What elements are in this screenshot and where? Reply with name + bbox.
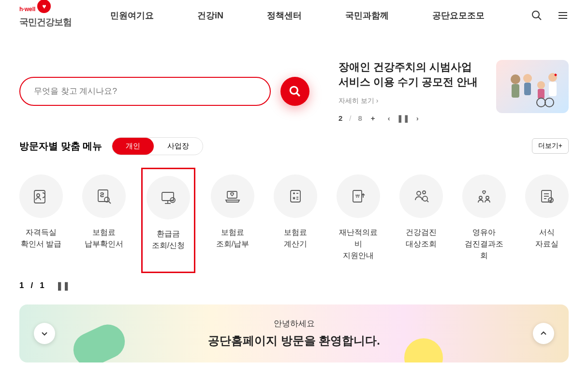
svg-line-6 — [296, 93, 300, 96]
promo-banner: 장애인 건강주치의 시범사업서비스 이용 수기 공모전 안내 자세히 보기 › … — [338, 60, 569, 123]
menu-label: 영유아 검진결과조회 — [462, 227, 506, 261]
logo[interactable]: h·well♥ 국민건강보험 — [19, 2, 72, 29]
pause-icon[interactable]: ❚❚ — [56, 281, 70, 291]
laptop-heart-icon — [223, 187, 242, 205]
menu-header: 방문자별 맞춤 메뉴 개인 사업장 더보기+ — [19, 137, 569, 155]
search-button[interactable] — [280, 77, 309, 106]
menu-forms[interactable]: 서식 자료실 — [525, 174, 569, 261]
toggle-personal[interactable]: 개인 — [112, 138, 154, 155]
menu-grid: 자격득실 확인서 발급 보험료 납부확인서 ₩ 환급금 조회/신청 보험료 조회… — [19, 174, 569, 261]
slide-current: 1 — [19, 281, 24, 290]
nav-policy[interactable]: 정책센터 — [267, 10, 302, 21]
person-card-icon — [32, 187, 50, 205]
search-icon — [289, 85, 301, 98]
svg-line-41 — [427, 201, 428, 202]
menu-icon[interactable] — [557, 10, 569, 21]
svg-point-11 — [537, 81, 545, 89]
nav-minwon[interactable]: 민원여기요 — [110, 10, 154, 21]
promo-expand[interactable]: + — [371, 114, 375, 122]
chevron-down-icon — [41, 330, 48, 337]
svg-point-40 — [423, 196, 427, 201]
prev-icon[interactable]: ‹ — [388, 114, 390, 122]
menu-refund-inquiry[interactable]: ₩ 환급금 조회/신청 — [141, 168, 195, 273]
search-icon[interactable] — [531, 10, 543, 21]
menu-label: 환급금 조회/신청 — [152, 228, 185, 251]
people-illustration-icon — [503, 65, 561, 108]
menu-label: 보험료 계산기 — [284, 227, 307, 250]
menu-label: 재난적의료비 지원안내 — [337, 227, 380, 261]
promo-title: 장애인 건강주치의 시범사업서비스 이용 수기 공모전 안내 — [338, 60, 488, 90]
monitor-won-icon: ₩ — [159, 188, 177, 207]
nav-health-in[interactable]: 건강iN — [197, 10, 223, 21]
menu-catastrophic-support[interactable]: ₩ 재난적의료비 지원안내 — [337, 174, 380, 261]
menu-label: 건강검진 대상조회 — [406, 227, 437, 250]
welcome-banner: 안녕하세요 공단홈페이지 방문을 환영합니다. — [19, 304, 569, 362]
svg-text:₩: ₩ — [355, 194, 360, 199]
svg-line-21 — [109, 202, 111, 203]
menu-label: 자격득실 확인서 발급 — [21, 227, 61, 250]
search-area — [19, 60, 309, 123]
banner-down-button[interactable] — [34, 323, 55, 344]
people-search-icon — [412, 187, 430, 205]
nav-gongdan[interactable]: 공단요모조모 — [432, 10, 485, 21]
pause-icon[interactable]: ❚❚ — [397, 114, 410, 123]
svg-rect-8 — [512, 84, 519, 98]
nav-with-people[interactable]: 국민과함께 — [345, 10, 389, 21]
decorative-shape — [68, 319, 130, 362]
heart-icon: ♥ — [37, 0, 51, 13]
main-nav: 민원여기요 건강iN 정책센터 국민과함께 공단요모조모 — [110, 10, 531, 21]
svg-point-5 — [290, 87, 297, 94]
more-button[interactable]: 더보기+ — [532, 138, 569, 154]
doc-check-icon — [538, 187, 556, 205]
svg-rect-19 — [98, 190, 108, 202]
svg-point-7 — [511, 74, 520, 84]
menu-title: 방문자별 맞춤 메뉴 — [19, 140, 102, 153]
promo-image — [496, 60, 569, 113]
next-icon[interactable]: › — [416, 114, 419, 122]
svg-point-9 — [523, 74, 532, 83]
slash: / — [349, 114, 351, 122]
header: h·well♥ 국민건강보험 민원여기요 건강iN 정책센터 국민과함께 공단요… — [0, 0, 588, 31]
svg-point-0 — [532, 11, 539, 18]
svg-point-42 — [479, 196, 482, 199]
promo-total: 8 — [358, 114, 362, 122]
svg-rect-16 — [549, 82, 557, 96]
svg-point-13 — [537, 98, 545, 107]
svg-point-38 — [417, 191, 421, 195]
menu-checkup-target[interactable]: 건강검진 대상조회 — [399, 174, 443, 261]
book-arrow-icon: ₩ — [349, 187, 368, 205]
search-box[interactable] — [19, 77, 271, 106]
menu-label: 보험료 납부확인서 — [85, 227, 123, 250]
menu-premium-inquiry[interactable]: 보험료 조회/납부 — [211, 174, 254, 261]
logo-bottom-text: 국민건강보험 — [19, 16, 72, 29]
svg-text:₩: ₩ — [171, 199, 174, 202]
banner-welcome: 공단홈페이지 방문을 환영합니다. — [208, 333, 380, 348]
svg-point-39 — [423, 191, 426, 194]
menu-toggle: 개인 사업장 — [112, 137, 203, 155]
svg-rect-10 — [524, 83, 531, 95]
slide-total: 1 — [40, 281, 44, 290]
promo-current: 2 — [338, 114, 342, 122]
menu-premium-calculator[interactable]: 보험료 계산기 — [274, 174, 317, 261]
toggle-business[interactable]: 사업장 — [154, 138, 203, 155]
svg-point-43 — [486, 196, 489, 199]
promo-more-link[interactable]: 자세히 보기 › — [338, 97, 488, 105]
menu-infant-checkup[interactable]: 영유아 검진결과조회 — [462, 174, 506, 261]
calculator-icon — [286, 187, 305, 205]
family-heart-icon — [475, 187, 493, 205]
svg-rect-27 — [227, 191, 237, 198]
slash: / — [30, 281, 33, 290]
svg-point-14 — [545, 98, 554, 107]
logo-top-text: h·well — [19, 6, 35, 13]
menu-payment-cert[interactable]: 보험료 납부확인서 — [82, 174, 126, 261]
svg-rect-12 — [538, 89, 544, 99]
svg-rect-17 — [34, 190, 45, 203]
slide-controls: 1 / 1 ❚❚ — [0, 271, 588, 301]
banner-up-button[interactable] — [533, 323, 554, 344]
search-input[interactable] — [34, 87, 256, 96]
menu-label: 보험료 조회/납부 — [216, 227, 249, 250]
svg-point-18 — [37, 194, 40, 197]
svg-rect-28 — [291, 190, 300, 202]
menu-eligibility-cert[interactable]: 자격득실 확인서 발급 — [19, 174, 63, 261]
menu-label: 서식 자료실 — [535, 227, 559, 250]
